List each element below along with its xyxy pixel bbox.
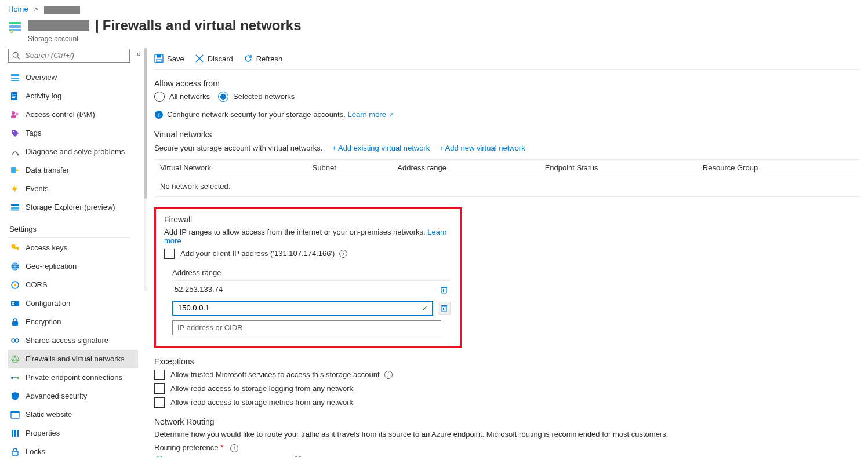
locks-icon [10,447,20,456]
add-client-ip-label: Add your client IP address ('131.107.174… [180,249,335,258]
firewall-icon [10,355,20,364]
sidebar-search[interactable] [8,49,130,63]
sidebar-item-properties[interactable]: Properties [8,424,138,443]
virtual-networks-table: Virtual Network Subnet Address range End… [154,159,860,197]
svg-rect-1 [9,25,21,28]
exception-logging-checkbox[interactable] [154,383,165,394]
add-new-vnet-link[interactable]: + Add new virtual network [439,144,525,152]
events-icon [10,184,20,193]
network-routing-title: Network Routing [154,417,860,426]
sidebar-item-data-transfer[interactable]: Data transfer [8,161,138,180]
svg-point-16 [13,130,14,132]
exception-metrics-checkbox[interactable] [154,397,165,408]
nav-label: Configuration [26,299,70,308]
sidebar-item-storage-explorer[interactable]: Storage Explorer (preview) [8,198,138,217]
nav-label: Access control (IAM) [26,110,95,119]
checkmark-icon: ✓ [422,304,428,313]
sidebar-item-activity-log[interactable]: Activity log [8,87,138,105]
radio-internet-routing[interactable]: Internet routing endpoint [293,456,390,457]
nav-label: Geo-replication [26,262,77,271]
col-resource-group: Resource Group [697,159,860,176]
delete-address-button[interactable] [438,283,451,296]
svg-rect-30 [12,304,14,305]
static-website-icon [10,410,20,419]
svg-rect-43 [14,430,16,437]
nav-label: Properties [26,429,60,437]
search-input[interactable] [24,50,126,60]
svg-rect-31 [12,321,18,326]
sidebar-item-overview[interactable]: Overview [8,68,138,87]
properties-icon [10,429,20,438]
refresh-button[interactable]: Refresh [244,54,283,63]
info-icon[interactable]: i [230,444,238,452]
cors-icon [10,280,20,290]
learn-more-link[interactable]: Learn more↗ [347,110,393,119]
address-range-input-active[interactable]: ✓ [172,301,433,316]
svg-point-17 [17,154,19,155]
add-client-ip-checkbox[interactable] [164,249,175,259]
sidebar-item-cors[interactable]: CORS [8,276,138,294]
svg-rect-6 [11,74,19,76]
data-transfer-icon [10,166,20,175]
svg-rect-48 [157,59,161,62]
svg-point-32 [12,339,15,342]
delete-address-button[interactable] [438,302,451,315]
svg-point-4 [13,52,18,57]
address-range-input-field[interactable] [177,303,422,313]
resource-name-redacted [28,20,89,31]
sidebar-item-locks[interactable]: Locks [8,443,138,461]
radio-all-networks[interactable]: All networks [154,92,210,102]
save-button[interactable]: Save [154,54,184,63]
sidebar-item-tags[interactable]: Tags [8,124,138,143]
sidebar-item-private-endpoint[interactable]: Private endpoint connections [8,368,138,387]
sidebar-item-access-control[interactable]: Access control (IAM) [8,105,138,124]
svg-rect-56 [441,305,447,306]
sidebar-divider [8,237,130,238]
shield-icon [10,392,20,401]
nav-label: Access keys [26,243,67,252]
sidebar-item-encryption[interactable]: Encryption [8,313,138,331]
collapse-sidebar-icon[interactable]: « [136,50,140,58]
search-icon [12,52,20,60]
sidebar-group-settings: Settings [9,225,145,233]
radio-microsoft-routing[interactable]: Microsoft network routing endpoint [154,456,285,457]
allow-access-label: Allow access from [154,79,860,88]
sidebar-item-sas[interactable]: Shared access signature [8,331,138,350]
sidebar: « Overview Activity log Access control (… [0,44,145,457]
info-icon[interactable]: i [384,371,393,379]
save-icon [154,54,164,63]
info-icon[interactable]: i [339,250,347,258]
configuration-icon [10,299,20,308]
breadcrumb-home[interactable]: Home [8,5,28,13]
vnet-empty-row: No network selected. [154,176,860,196]
radio-label: Microsoft network routing endpoint [169,456,285,457]
sidebar-item-configuration[interactable]: Configuration [8,294,138,313]
exception-logging-label: Allow read access to storage logging fro… [170,384,353,393]
nav-label: Advanced security [26,392,87,400]
save-label: Save [167,54,184,63]
page-title: Firewalls and virtual networks [103,17,302,34]
sidebar-item-firewalls[interactable]: Firewalls and virtual networks [8,350,138,368]
sidebar-item-static-website[interactable]: Static website [8,405,138,424]
exceptions-title: Exceptions [154,357,860,366]
sidebar-item-diagnose[interactable]: Diagnose and solve problems [8,143,138,161]
radio-selected-networks[interactable]: Selected networks [218,92,295,102]
resource-type-label: Storage account [28,35,302,43]
sidebar-item-access-keys[interactable]: Access keys [8,239,138,257]
exception-trusted-checkbox[interactable] [154,370,165,380]
address-range-value: 52.253.133.74 [172,285,433,294]
add-existing-vnet-link[interactable]: + Add existing virtual network [332,144,430,152]
breadcrumb-resource-redacted[interactable] [44,6,80,14]
svg-rect-11 [12,96,16,97]
title-separator: | [95,17,99,34]
breadcrumb-separator: > [30,5,42,13]
discard-button[interactable]: Discard [195,54,233,63]
address-range-input-placeholder[interactable]: IP address or CIDR [172,320,441,335]
key-icon [10,243,20,253]
svg-rect-15 [11,115,16,118]
sidebar-item-advanced-security[interactable]: Advanced security [8,387,138,405]
sidebar-item-events[interactable]: Events [8,180,138,198]
svg-rect-55 [442,306,446,312]
sidebar-item-geo-replication[interactable]: Geo-replication [8,257,138,276]
col-subnet: Subnet [307,159,392,176]
